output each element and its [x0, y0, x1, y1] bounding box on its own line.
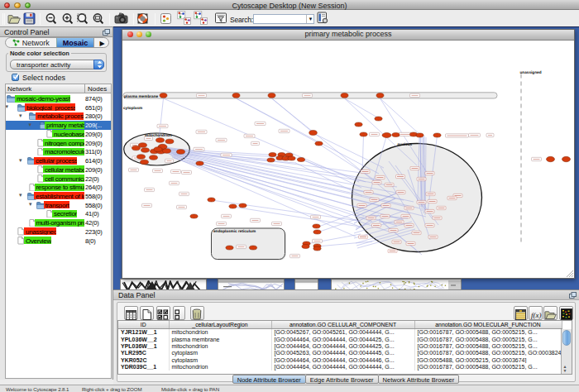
svg-text:nucleus: nucleus	[398, 141, 413, 146]
svg-text:f(x): f(x)	[531, 311, 542, 319]
svg-text:cytoplasm: cytoplasm	[123, 105, 142, 110]
svg-text:plasma membrane: plasma membrane	[124, 93, 158, 98]
svg-text:unassigned: unassigned	[520, 69, 542, 74]
svg-text:endoplasmic reticulum: endoplasmic reticulum	[213, 228, 256, 233]
